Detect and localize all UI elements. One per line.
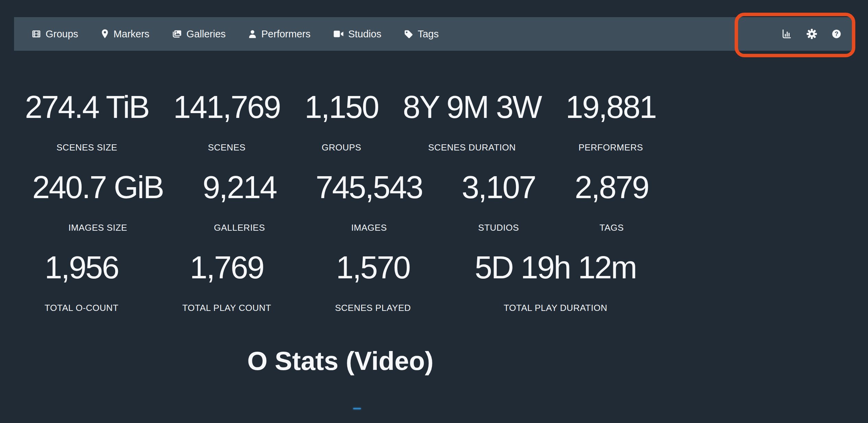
stat-performers: 19,881 PERFORMERS <box>566 91 656 153</box>
stat-label: STUDIOS <box>478 222 519 233</box>
nav-item-groups[interactable]: Groups <box>32 28 78 40</box>
images-icon <box>172 29 182 39</box>
statistics-button[interactable] <box>780 28 793 40</box>
stat-value: 3,107 <box>462 171 535 203</box>
map-marker-icon <box>101 29 109 39</box>
stat-total-play-count: 1,769 TOTAL PLAY COUNT <box>182 251 271 313</box>
stat-scenes-size: 274.4 TiB SCENES SIZE <box>25 91 149 153</box>
stat-scenes-duration: 8Y 9M 3W SCENES DURATION <box>403 91 541 153</box>
stat-total-o-count: 1,956 TOTAL O-COUNT <box>45 251 118 313</box>
stat-value: 1,150 <box>304 91 378 123</box>
nav-item-label: Markers <box>113 28 149 40</box>
video-camera-icon <box>333 30 344 38</box>
nav-item-label: Groups <box>46 28 78 40</box>
stat-scenes: 141,769 SCENES <box>173 91 280 153</box>
nav-item-markers[interactable]: Markers <box>101 28 149 40</box>
stat-tags: 2,879 TAGS <box>575 171 649 233</box>
stat-row-3: 1,956 TOTAL O-COUNT 1,769 TOTAL PLAY COU… <box>13 251 668 313</box>
stat-label: IMAGES SIZE <box>69 222 128 233</box>
nav-items: Groups Markers Galleries <box>32 28 439 40</box>
stat-label: TOTAL O-COUNT <box>45 303 118 313</box>
tag-icon <box>404 29 413 39</box>
stat-scenes-played: 1,570 SCENES PLAYED <box>335 251 411 313</box>
stat-images-size: 240.7 GiB IMAGES SIZE <box>32 171 163 233</box>
stat-value: 1,570 <box>336 251 410 283</box>
stat-label: GALLERIES <box>214 222 265 233</box>
chart-line-fragment <box>353 408 361 409</box>
stat-total-play-duration: 5D 19h 12m TOTAL PLAY DURATION <box>475 251 636 313</box>
nav-item-label: Galleries <box>186 28 226 40</box>
nav-item-performers[interactable]: Performers <box>248 28 310 40</box>
stat-value: 240.7 GiB <box>32 171 163 203</box>
stat-value: 745,543 <box>316 171 423 203</box>
stat-studios: 3,107 STUDIOS <box>462 171 535 233</box>
user-icon <box>248 29 257 39</box>
stat-value: 1,769 <box>190 251 264 283</box>
stat-label: TAGS <box>600 222 624 233</box>
section-heading: O Stats (Video) <box>13 347 668 375</box>
stat-label: SCENES <box>208 142 245 153</box>
stats-section: 274.4 TiB SCENES SIZE 141,769 SCENES 1,1… <box>13 91 668 375</box>
stat-value: 274.4 TiB <box>25 91 149 123</box>
help-button[interactable]: ? <box>831 28 842 39</box>
nav-item-studios[interactable]: Studios <box>333 28 382 40</box>
stat-value: 19,881 <box>566 91 656 123</box>
nav-item-label: Tags <box>418 28 438 40</box>
stat-row-2: 240.7 GiB IMAGES SIZE 9,214 GALLERIES 74… <box>13 171 668 233</box>
nav-item-tags[interactable]: Tags <box>404 28 438 40</box>
film-icon <box>32 29 41 39</box>
gear-icon <box>806 28 818 40</box>
stat-label: SCENES SIZE <box>57 142 117 153</box>
bar-chart-icon <box>780 28 793 40</box>
question-circle-icon: ? <box>831 28 842 39</box>
nav-actions: ? <box>780 28 842 40</box>
stat-galleries: 9,214 GALLERIES <box>203 171 276 233</box>
stat-label: SCENES DURATION <box>428 142 516 153</box>
stat-label: GROUPS <box>322 142 361 153</box>
stat-value: 5D 19h 12m <box>475 251 636 283</box>
stat-value: 1,956 <box>45 251 118 283</box>
nav-item-label: Performers <box>261 28 310 40</box>
navbar: Groups Markers Galleries <box>14 17 852 51</box>
stat-label: SCENES PLAYED <box>335 303 411 313</box>
svg-text:?: ? <box>835 31 839 37</box>
stat-label: PERFORMERS <box>578 142 643 153</box>
settings-button[interactable] <box>806 28 818 40</box>
stat-label: TOTAL PLAY COUNT <box>182 303 271 313</box>
stat-value: 2,879 <box>575 171 649 203</box>
nav-item-galleries[interactable]: Galleries <box>172 28 226 40</box>
stat-label: IMAGES <box>351 222 387 233</box>
stat-groups: 1,150 GROUPS <box>304 91 378 153</box>
stat-value: 8Y 9M 3W <box>403 91 541 123</box>
nav-item-label: Studios <box>348 28 382 40</box>
stat-value: 141,769 <box>173 91 280 123</box>
stat-row-1: 274.4 TiB SCENES SIZE 141,769 SCENES 1,1… <box>13 91 668 153</box>
stat-value: 9,214 <box>203 171 276 203</box>
stat-images: 745,543 IMAGES <box>316 171 423 233</box>
stat-label: TOTAL PLAY DURATION <box>504 303 607 313</box>
